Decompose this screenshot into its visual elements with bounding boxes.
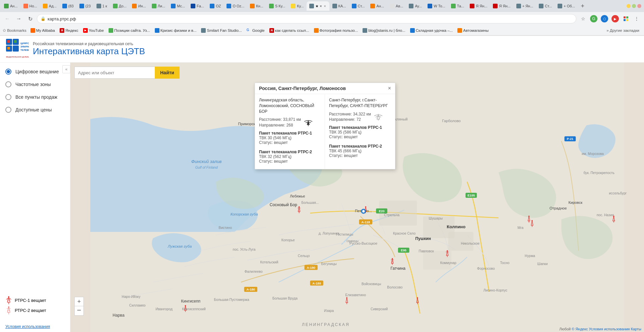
sidebar-item-prices[interactable]: Доступные цены [0, 103, 70, 116]
bookmark-label: My Alibaba [36, 28, 55, 32]
zoom-out-btn[interactable]: − [74, 306, 84, 316]
tab-9[interactable]: Ли... [149, 1, 168, 11]
svg-text:им. Морозова: им. Морозова [582, 152, 604, 156]
svg-text:Силламяэ: Силламяэ [129, 304, 146, 307]
yandex-terms-link2[interactable]: Условия использования [589, 327, 630, 331]
svg-text:Фалилеево: Фалилеево [245, 270, 263, 273]
tab-7[interactable]: До... [110, 1, 129, 11]
tab-25[interactable]: Я Ян... [467, 1, 490, 11]
tab-28[interactable]: Ст... [536, 1, 555, 11]
yandex-terms-link[interactable]: © Яндекс [572, 327, 588, 331]
tab-5[interactable]: (23 [77, 1, 93, 11]
bookmark-foto[interactable]: Фотография пользо... [312, 27, 360, 33]
forward-button[interactable]: → [14, 14, 23, 23]
bookmarks-more-btn[interactable]: » Другие закладки [604, 28, 641, 33]
minimize-btn[interactable] [627, 4, 631, 8]
bookmark-kak[interactable]: Я как сделать ссыл... [267, 27, 311, 33]
tab-11[interactable]: Fa... [188, 1, 207, 11]
back-button[interactable]: ← [3, 14, 12, 23]
bookmark-auto[interactable]: Автомагазины [455, 27, 491, 33]
map-area[interactable]: E20 E105 E95 Р-21 А-180 А-180 А-118 А-18… [70, 63, 644, 332]
bookmark-youtube[interactable]: ▶ YouTube [81, 27, 106, 33]
tab-29[interactable]: + Об... [555, 1, 578, 11]
sidebar-item-digital[interactable]: Цифровое вещание [0, 65, 70, 78]
apps-btn[interactable] [621, 14, 631, 23]
tab-16[interactable]: Ку... [288, 1, 306, 11]
extension-btn2[interactable]: ▶ [610, 14, 620, 23]
sidebar-footer-link[interactable]: Условия использования [5, 324, 50, 329]
popup-right-col: Санкт-Петербург, г.Санкт-Петербург, САНК… [325, 94, 395, 169]
profile-btn[interactable]: G [589, 14, 598, 23]
svg-point-112 [392, 258, 393, 259]
popup-right-p2-tvk: ТВК 45 (666 МГц) [329, 149, 391, 153]
bookmark-star-btn[interactable]: ☆ [578, 14, 588, 23]
tab-10[interactable]: Мс... [168, 1, 188, 11]
maximize-btn[interactable] [632, 4, 636, 8]
bookmark-google[interactable]: G Google [245, 27, 267, 33]
address-bar[interactable]: 🔒 карта.ртрс.рф [37, 14, 576, 23]
popup-left-packet2: Пакет телеканалов РТРС-2 ТВК 32 (562 МГц… [259, 150, 321, 164]
tab-1[interactable]: Ан... [1, 1, 20, 11]
tab-active[interactable]: ★ × × [307, 1, 329, 11]
svg-text:А-118: А-118 [362, 221, 370, 224]
map-search-btn[interactable]: Найти [155, 67, 180, 79]
tab-27[interactable]: + Ян... [514, 1, 536, 11]
sidebar-item-frequency-label: Частотные зоны [15, 82, 51, 87]
refresh-button[interactable]: ↻ [25, 14, 35, 23]
bookmark-blog[interactable]: blog|}stanis.ru | бло... [361, 27, 407, 33]
map-search: Найти [74, 67, 180, 79]
new-tab-button[interactable]: + [578, 1, 587, 11]
bookmark-skladnaya[interactable]: Складная удочка –... [408, 27, 455, 33]
bookmark-yandex[interactable]: Я Яндекс [58, 27, 80, 33]
yandex-maps-link[interactable]: Карты [631, 327, 641, 331]
svg-text:Шапки: Шапки [537, 262, 548, 266]
zoom-in-btn[interactable]: + [74, 297, 84, 306]
map-search-input[interactable] [74, 67, 155, 79]
svg-text:д. Лопухинка: д. Лопухинка [319, 232, 339, 235]
sidebar-item-sales[interactable]: Все пункты продаж [0, 91, 70, 103]
tab-14[interactable]: Кн... [247, 1, 266, 11]
svg-text:пос. Назия: пос. Назия [597, 213, 614, 217]
tab-21[interactable]: Ав... [387, 1, 406, 11]
svg-text:Шушары: Шушары [429, 217, 443, 220]
sidebar-toggle-btn[interactable]: « [62, 65, 70, 73]
svg-text:Большая Пустомержа: Большая Пустомержа [214, 298, 249, 302]
tab-13[interactable]: О Oz... [224, 1, 247, 11]
svg-text:А-180: А-180 [307, 266, 315, 269]
tab-2[interactable]: Но... [21, 1, 40, 11]
tab-20[interactable]: Ан... [368, 1, 387, 11]
svg-text:Копорская губа: Копорская губа [231, 212, 258, 216]
popup-close-btn[interactable]: × [388, 86, 391, 91]
tab-6[interactable]: 1 к [94, 1, 110, 11]
bookmark-smilart[interactable]: Smilart Fan Studio... [199, 27, 244, 33]
tab-8[interactable]: Ин... [129, 1, 148, 11]
bookmark-pozitsii[interactable]: Позиции сайта. Уз... [107, 27, 152, 33]
bookmark-alibaba[interactable]: My Alibaba [28, 27, 57, 33]
tab-3[interactable]: Ад... [40, 1, 59, 11]
svg-text:ЦИФРОВОЕ: ЦИФРОВОЕ [20, 42, 29, 45]
tab-23[interactable]: W То... [425, 1, 448, 11]
sidebar-item-frequency[interactable]: Частотные зоны [0, 78, 70, 91]
tab-4[interactable]: (83 [60, 1, 76, 11]
bookmarks-label: ✩ Bookmarks [3, 28, 26, 33]
tab-24[interactable]: Та... [448, 1, 467, 11]
svg-text:Сельцо: Сельцо [298, 254, 310, 258]
tab-22[interactable]: Ау... [406, 1, 425, 11]
tab-19[interactable]: Ст... [349, 1, 368, 11]
bookmark-label: Яндекс [65, 28, 78, 32]
svg-point-108 [365, 206, 366, 208]
tab-26[interactable]: Я Ян... [490, 1, 513, 11]
tab-15[interactable]: S Ку... [266, 1, 288, 11]
svg-point-104 [299, 206, 300, 208]
svg-text:Кингисепп: Кингисепп [181, 299, 200, 304]
close-btn[interactable] [637, 4, 641, 8]
bookmark-krizis[interactable]: Кризис физики и в... [153, 27, 199, 33]
svg-text:ЭФИРНОЕ: ЭФИРНОЕ [20, 46, 29, 48]
tab-18[interactable]: КА... [330, 1, 349, 11]
svg-text:Изара: Изара [324, 309, 334, 313]
svg-point-139 [362, 210, 365, 212]
tab-12[interactable]: OZ [207, 1, 223, 11]
browser-chrome: Ан... Но... Ад... (83 (23 1 к До... Ин. [0, 0, 644, 36]
menu-btn[interactable]: ⋮ [632, 14, 641, 23]
extension-btn[interactable]: ⬡ [600, 14, 609, 23]
